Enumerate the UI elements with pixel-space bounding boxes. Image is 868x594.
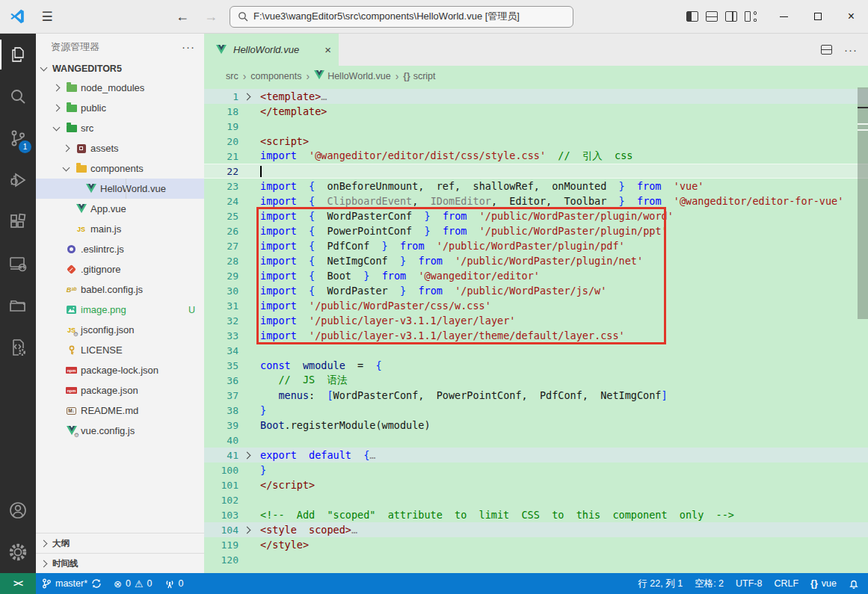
code-line-30[interactable]: 30import { WordPaster } from '/public/Wo…	[204, 283, 868, 298]
tree-item--gitignore[interactable]: .gitignore	[36, 259, 204, 279]
tree-item-node-modules[interactable]: node_modules	[36, 78, 204, 98]
code-line-21[interactable]: 21import '@wangeditor/editor/dist/css/st…	[204, 149, 868, 164]
ports-item[interactable]: 0	[158, 573, 190, 594]
breadcrumb-helloworld-vue[interactable]: HelloWorld.vue	[314, 70, 391, 82]
toggle-sidebar-icon[interactable]	[686, 11, 698, 22]
code-line-33[interactable]: 33import '/public/layer-v3.1.1/layer/the…	[204, 328, 868, 343]
code-line-18[interactable]: 18</template>	[204, 104, 868, 119]
toggle-panel-icon[interactable]	[706, 11, 718, 22]
fold-chevron-icon[interactable]	[243, 526, 250, 533]
tree-item-package-lock-json[interactable]: npmpackage-lock.json	[36, 360, 204, 380]
fold-chevron-icon[interactable]	[243, 93, 250, 100]
code-line-38[interactable]: 38}	[204, 403, 868, 418]
indentation-item[interactable]: 空格: 2	[689, 578, 730, 590]
code-line-19[interactable]: 19	[204, 119, 868, 134]
tree-item-image-png[interactable]: image.pngU	[36, 300, 204, 320]
breadcrumb-src[interactable]: src	[226, 71, 238, 81]
breadcrumb-components[interactable]: components	[250, 71, 301, 81]
code-line-40[interactable]: 40	[204, 433, 868, 448]
encoding-item[interactable]: UTF-8	[730, 578, 768, 589]
vertical-scrollbar[interactable]	[858, 86, 868, 573]
customize-layout-icon[interactable]	[745, 11, 757, 22]
code-line-119[interactable]: 119</style>	[204, 537, 868, 552]
activitybar-search-icon[interactable]	[0, 75, 36, 117]
activitybar-source-control-icon[interactable]: 1	[0, 117, 36, 159]
notifications-item[interactable]	[843, 578, 868, 589]
code-line-39[interactable]: 39Boot.registerModule(wmodule)	[204, 418, 868, 433]
code-line-23[interactable]: 23import { onBeforeUnmount, ref, shallow…	[204, 179, 868, 194]
tree-item-babel-config-js[interactable]: Bᵃᵇbabel.config.js	[36, 279, 204, 300]
tree-item-main-js[interactable]: JSmain.js	[36, 219, 204, 239]
code-line-22[interactable]: 22	[204, 164, 868, 179]
code-line-31[interactable]: 31import '/public/WordPaster/css/w.css'	[204, 298, 868, 313]
section-大纲[interactable]: 大纲	[36, 533, 204, 553]
tab-close-icon[interactable]: ×	[324, 43, 331, 56]
activitybar-accounts-icon[interactable]	[0, 489, 36, 531]
toggle-secondary-sidebar-icon[interactable]	[725, 11, 737, 22]
code-line-36[interactable]: 36 // JS 语法	[204, 373, 868, 388]
tree-item-label: jsconfig.json	[81, 324, 135, 335]
tree-item-src[interactable]: src	[36, 118, 204, 138]
activitybar-project-folders-icon[interactable]	[0, 285, 36, 327]
command-center-searchbox[interactable]: F:\vue3\wangEditor5\src\components\Hello…	[230, 6, 573, 28]
activitybar-code-settings-icon[interactable]	[0, 327, 36, 368]
maximize-button[interactable]	[801, 0, 834, 33]
activitybar-explorer-icon[interactable]	[0, 34, 36, 75]
code-line-24[interactable]: 24import { ClipboardEvent, IDomEditor, E…	[204, 194, 868, 208]
tree-item-package-json[interactable]: npmpackage.json	[36, 380, 204, 400]
tree-item-assets[interactable]: assets	[36, 138, 204, 158]
code-line-20[interactable]: 20<script>	[204, 134, 868, 149]
tab-helloworld-vue[interactable]: HelloWorld.vue ×	[204, 34, 339, 66]
close-button[interactable]: ×	[834, 0, 868, 33]
activitybar-run-debug-icon[interactable]	[0, 159, 36, 201]
language-mode-item[interactable]: {} vue	[804, 578, 843, 589]
tree-root-wangeditor5[interactable]: WANGEDITOR5	[36, 60, 204, 78]
fold-chevron-icon[interactable]	[243, 451, 250, 459]
cursor-position-item[interactable]: 行 22, 列 1	[632, 578, 689, 590]
tree-item-vue-config-js[interactable]: ⚙vue.config.js	[36, 421, 204, 441]
eol-item[interactable]: CRLF	[768, 578, 804, 589]
minimize-button[interactable]	[767, 0, 801, 33]
tree-item-jsconfig-json[interactable]: JS⚙jsconfig.json	[36, 320, 204, 340]
code-line-28[interactable]: 28import { NetImgConf } from '/public/Wo…	[204, 253, 868, 268]
remote-indicator[interactable]: ><	[0, 573, 36, 594]
code-line-35[interactable]: 35const wmodule = {	[204, 358, 868, 373]
code-line-26[interactable]: 26import { PowerPointConf } from '/publi…	[204, 223, 868, 238]
code-line-37[interactable]: 37 menus: [WordPasterConf, PowerPointCon…	[204, 388, 868, 403]
code-line-104[interactable]: 104<style scoped>…	[204, 522, 868, 537]
editor-more-actions-icon[interactable]: ···	[844, 43, 858, 56]
tree-item-readme-md[interactable]: M↓README.md	[36, 400, 204, 421]
git-branch-item[interactable]: master*	[36, 573, 108, 594]
problems-item[interactable]: ⊗ 0 ⚠ 0	[108, 573, 158, 594]
code-editor[interactable]: 1<template>…18</template>1920<script>21i…	[204, 86, 868, 573]
menu-icon[interactable]: ☰	[34, 9, 60, 25]
code-line-41[interactable]: 41export default {…	[204, 448, 868, 462]
back-arrow-icon[interactable]: ←	[168, 9, 197, 25]
tree-item-public[interactable]: public	[36, 98, 204, 118]
tree-item-helloworld-vue[interactable]: HelloWorld.vue	[36, 179, 204, 199]
activitybar-extensions-icon[interactable]	[0, 201, 36, 243]
code-line-27[interactable]: 27import { PdfConf } from '/public/WordP…	[204, 238, 868, 253]
code-line-34[interactable]: 34	[204, 343, 868, 358]
tree-item-components[interactable]: components	[36, 158, 204, 179]
code-line-29[interactable]: 29import { Boot } from '@wangeditor/edit…	[204, 268, 868, 283]
code-line-1[interactable]: 1<template>…	[204, 89, 868, 104]
code-line-103[interactable]: 103<!-- Add "scoped" attribute to limit …	[204, 507, 868, 522]
code-line-102[interactable]: 102	[204, 492, 868, 507]
tree-item-app-vue[interactable]: App.vue	[36, 199, 204, 219]
tree-item-license[interactable]: LICENSE	[36, 340, 204, 360]
code-line-120[interactable]: 120	[204, 552, 868, 567]
tree-item--eslintrc-js[interactable]: .eslintrc.js	[36, 239, 204, 259]
code-line-101[interactable]: 101</script>	[204, 477, 868, 492]
activitybar-remote-explorer-icon[interactable]	[0, 243, 36, 285]
split-editor-icon[interactable]	[821, 45, 832, 55]
activitybar-settings-icon[interactable]	[0, 531, 36, 573]
code-line-25[interactable]: 25import { WordPasterConf } from '/publi…	[204, 208, 868, 223]
code-line-32[interactable]: 32import '/public/layer-v3.1.1/layer/lay…	[204, 313, 868, 328]
section-时间线[interactable]: 时间线	[36, 553, 204, 573]
breadcrumb-script[interactable]: {}script	[403, 71, 435, 81]
code-line-100[interactable]: 100}	[204, 462, 868, 477]
breadcrumb[interactable]: src›components›HelloWorld.vue›{}script	[204, 66, 868, 86]
scrollbar-slider[interactable]	[858, 87, 868, 319]
sidebar-more-icon[interactable]: ···	[182, 40, 195, 53]
